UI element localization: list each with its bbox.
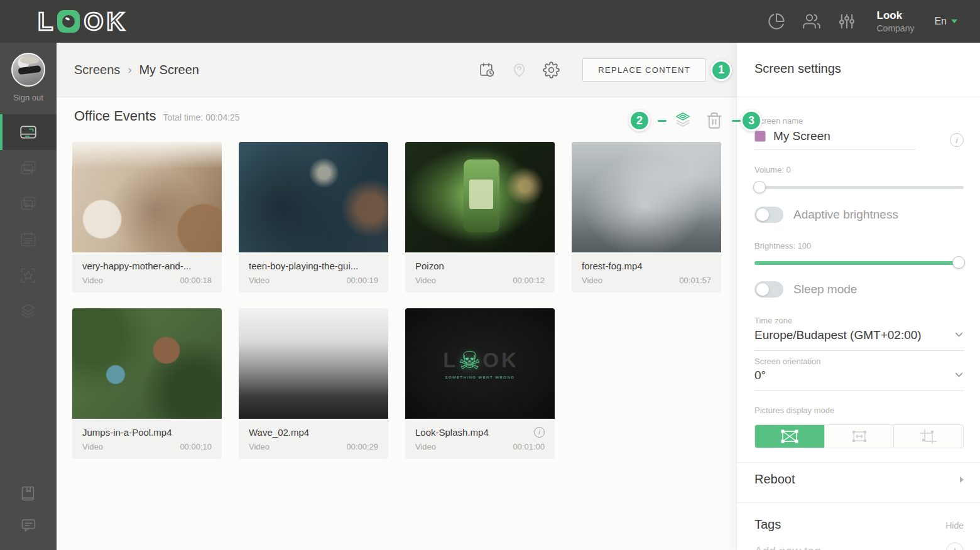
logo-letter-l: L bbox=[38, 9, 53, 34]
media-name: forest-fog.mp4 bbox=[582, 261, 643, 271]
schedule-calendar-icon[interactable] bbox=[479, 62, 496, 78]
toggle-switch[interactable] bbox=[754, 207, 783, 223]
featured-star-icon bbox=[19, 266, 38, 285]
orientation-select[interactable]: 0° bbox=[754, 369, 964, 391]
sign-out-link[interactable]: Sign out bbox=[0, 93, 57, 102]
sidebar-item-images[interactable] bbox=[0, 150, 57, 186]
slider-knob[interactable] bbox=[952, 256, 965, 269]
sleep-mode-toggle-row[interactable]: Sleep mode bbox=[754, 281, 857, 298]
logo-letter-k: K bbox=[107, 9, 126, 34]
toggle-switch[interactable] bbox=[754, 281, 783, 298]
avatar[interactable] bbox=[11, 53, 45, 87]
media-thumbnail[interactable] bbox=[72, 142, 222, 252]
volume-label: Volume: 0 bbox=[754, 165, 791, 175]
reboot-row[interactable]: Reboot bbox=[754, 472, 964, 487]
info-icon[interactable]: i bbox=[950, 133, 964, 147]
replace-content-button[interactable]: REPLACE CONTENT bbox=[582, 58, 706, 82]
media-duration: 00:00:12 bbox=[513, 276, 545, 285]
orientation-value: 0° bbox=[754, 369, 766, 382]
account-menu[interactable]: Look Company bbox=[877, 9, 915, 33]
media-duration: 00:00:29 bbox=[346, 442, 378, 451]
timezone-select[interactable]: Europe/Budapest (GMT+02:00) bbox=[754, 328, 964, 351]
media-thumbnail[interactable] bbox=[72, 308, 222, 419]
book-icon bbox=[20, 485, 37, 502]
media-thumbnail[interactable] bbox=[239, 142, 388, 252]
slider-knob[interactable] bbox=[753, 181, 766, 193]
adaptive-brightness-toggle-row[interactable]: Adaptive brightness bbox=[754, 207, 898, 223]
sidebar-item-layers[interactable] bbox=[0, 293, 57, 329]
media-thumbnail[interactable] bbox=[239, 308, 388, 419]
fit-width-icon bbox=[849, 428, 870, 445]
divider bbox=[737, 462, 980, 463]
divider bbox=[737, 97, 980, 97]
media-card[interactable]: teen-boy-playing-the-gui... Video00:00:1… bbox=[239, 142, 388, 293]
brand-logo[interactable]: L O K bbox=[38, 9, 125, 34]
account-company: Company bbox=[877, 23, 915, 33]
media-thumbnail[interactable]: L ☠ O K SOMETHING WENT WRONG bbox=[405, 308, 555, 419]
media-thumbnail[interactable] bbox=[572, 142, 721, 252]
account-name: Look bbox=[877, 9, 915, 22]
divider bbox=[737, 502, 980, 503]
stretch-icon bbox=[779, 428, 800, 445]
gear-icon[interactable] bbox=[543, 62, 560, 78]
media-card[interactable]: Poizon Video00:00:12 bbox=[405, 142, 555, 293]
media-name: Poizon bbox=[415, 261, 444, 271]
sidebar-item-featured[interactable] bbox=[0, 257, 57, 293]
location-pin-icon[interactable] bbox=[511, 62, 528, 78]
display-mode-fit[interactable] bbox=[825, 425, 895, 448]
sidebar-item-screens[interactable] bbox=[0, 114, 57, 150]
sidebar-item-schedule[interactable] bbox=[0, 222, 57, 257]
screen-color-swatch[interactable] bbox=[754, 131, 766, 142]
breadcrumb-screens[interactable]: Screens bbox=[74, 63, 120, 77]
stats-pie-chart-icon[interactable] bbox=[768, 13, 785, 30]
playlist-header: Office Events Total time: 00:04:25 bbox=[74, 108, 240, 124]
info-icon[interactable]: i bbox=[534, 427, 545, 438]
app-window: L O K Look Company En bbox=[0, 0, 980, 550]
page-header-band: Screens › My Screen REPLACE CONTENT 1 bbox=[57, 43, 736, 97]
splash-caption: SOMETHING WENT WRONG bbox=[445, 375, 515, 379]
media-card[interactable]: very-happy-mother-and-... Video00:00:18 bbox=[72, 142, 222, 293]
tutorial-step-badge-2: 2 bbox=[629, 110, 650, 131]
media-duration: 00:00:18 bbox=[180, 276, 212, 285]
media-name: Wave_02.mp4 bbox=[249, 427, 309, 438]
breadcrumb-current: My Screen bbox=[139, 63, 199, 77]
sidebar-item-videos[interactable] bbox=[0, 186, 57, 222]
tags-hide-link[interactable]: Hide bbox=[945, 520, 964, 531]
media-thumbnail[interactable] bbox=[405, 142, 555, 252]
media-card[interactable]: Jumps-in-a-Pool.mp4 Video00:00:10 bbox=[72, 308, 222, 459]
users-icon[interactable] bbox=[803, 13, 820, 30]
sidebar-item-guide[interactable] bbox=[0, 485, 57, 502]
media-card[interactable]: forest-fog.mp4 Video00:01:57 bbox=[572, 142, 721, 293]
media-card[interactable]: Wave_02.mp4 Video00:00:29 bbox=[239, 308, 388, 459]
media-duration: 00:00:10 bbox=[180, 442, 212, 451]
add-new-tag-row[interactable]: Add new tag + bbox=[754, 542, 964, 550]
media-type: Video bbox=[249, 442, 270, 451]
media-card[interactable]: L ☠ O K SOMETHING WENT WRONG Look-Splash… bbox=[405, 308, 555, 459]
media-duration: 00:01:00 bbox=[513, 442, 545, 451]
layers-action-icon[interactable] bbox=[673, 111, 693, 131]
display-mode-crop[interactable] bbox=[894, 425, 963, 448]
sidebar-item-support-chat[interactable] bbox=[0, 517, 57, 534]
media-type: Video bbox=[249, 276, 270, 285]
brightness-slider[interactable] bbox=[754, 256, 964, 269]
add-new-tag-label: Add new tag bbox=[754, 544, 821, 550]
volume-slider[interactable] bbox=[754, 181, 964, 193]
language-selector[interactable]: En bbox=[934, 16, 957, 27]
media-duration: 00:00:19 bbox=[346, 276, 378, 285]
filters-sliders-icon[interactable] bbox=[838, 13, 856, 30]
tags-title: Tags bbox=[754, 517, 781, 532]
plus-icon[interactable]: + bbox=[946, 542, 964, 550]
step-connector-line bbox=[658, 120, 667, 122]
sleep-mode-label: Sleep mode bbox=[793, 283, 857, 296]
display-mode-stretch[interactable] bbox=[755, 425, 825, 448]
camera-lens-icon bbox=[57, 10, 80, 33]
videos-icon bbox=[19, 195, 38, 213]
media-type: Video bbox=[415, 442, 436, 451]
screen-name-input[interactable]: My Screen bbox=[754, 129, 915, 149]
adaptive-brightness-label: Adaptive brightness bbox=[793, 208, 898, 222]
media-type: Video bbox=[415, 276, 436, 285]
layers-icon bbox=[19, 302, 38, 321]
topbar-actions: Look Company En bbox=[768, 9, 958, 33]
panel-title: Screen settings bbox=[754, 62, 841, 76]
trash-icon[interactable] bbox=[705, 112, 723, 129]
